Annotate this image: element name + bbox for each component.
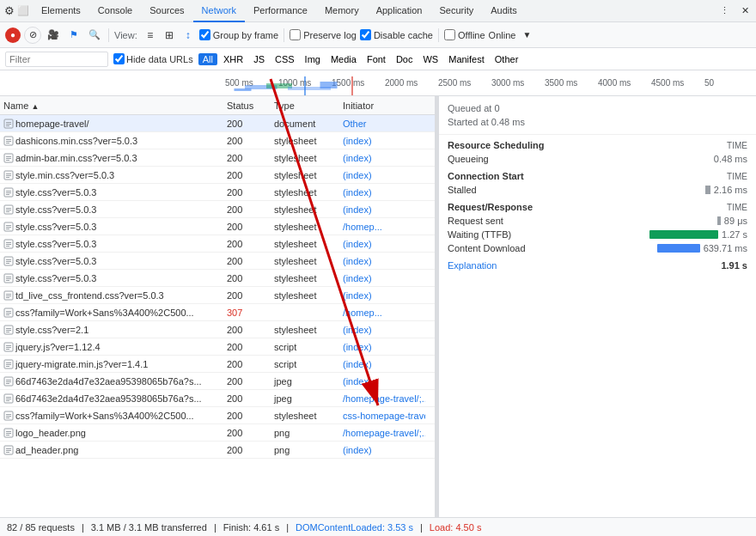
- status-separator-3: |: [286, 522, 289, 533]
- filter-input[interactable]: [5, 52, 108, 67]
- hide-data-urls-checkbox[interactable]: [113, 53, 125, 64]
- tab-performance[interactable]: Performance: [245, 0, 316, 22]
- cell-type: jpeg: [271, 393, 339, 404]
- svg-rect-29: [6, 210, 11, 210]
- timeline-chart: [223, 76, 438, 95]
- svg-rect-9: [6, 124, 11, 125]
- svg-rect-49: [6, 295, 11, 296]
- col-header-type[interactable]: Type: [271, 100, 339, 111]
- file-icon: [3, 273, 14, 283]
- svg-rect-84: [6, 448, 11, 449]
- svg-rect-80: [6, 431, 11, 432]
- table-row[interactable]: style.css?ver=5.0.3 200 stylesheet (inde…: [0, 253, 435, 270]
- disable-cache-checkbox[interactable]: [360, 29, 371, 40]
- table-row[interactable]: style.css?ver=5.0.3 200 stylesheet (inde…: [0, 270, 435, 287]
- explanation-link[interactable]: Explanation: [448, 260, 497, 271]
- filter-manifest[interactable]: Manifest: [444, 53, 489, 65]
- cell-type: stylesheet: [271, 222, 339, 232]
- group-by-frame-checkbox[interactable]: [199, 29, 210, 40]
- disable-cache-label[interactable]: Disable cache: [360, 29, 433, 40]
- filter-ws[interactable]: WS: [418, 53, 442, 65]
- col-header-initiator[interactable]: Initiator: [339, 100, 425, 111]
- table-row[interactable]: css?family=Work+Sans%3A400%2C500... 307 …: [0, 304, 435, 321]
- filter-css[interactable]: CSS: [271, 53, 299, 65]
- table-body[interactable]: homepage-travel/ 200 document Other 151 …: [0, 115, 435, 517]
- col-header-name[interactable]: Name ▲: [0, 100, 223, 111]
- filter-img[interactable]: Img: [301, 53, 325, 65]
- filter-xhr[interactable]: XHR: [219, 53, 247, 65]
- preserve-log-checkbox[interactable]: [290, 29, 301, 40]
- svg-rect-25: [6, 192, 11, 193]
- col-header-status[interactable]: Status: [223, 100, 271, 111]
- cell-status: 200: [223, 342, 271, 352]
- dock-icon[interactable]: ⬜: [17, 3, 29, 19]
- cell-status: 200: [223, 290, 271, 301]
- file-icon: [3, 239, 14, 249]
- tl-4000: 4000 ms: [596, 78, 649, 88]
- table-row[interactable]: ad_header.png 200 png (index) 18.8 KB 1.…: [0, 442, 435, 459]
- detail-total-time: 1.91 s: [721, 260, 747, 271]
- offline-label[interactable]: Offline: [444, 29, 485, 40]
- cell-type: script: [271, 359, 339, 369]
- camera-button[interactable]: 🎥: [45, 27, 62, 44]
- table-row[interactable]: 66d7463e2da4d7e32aea95398065b76a?s... 20…: [0, 373, 435, 390]
- list-view-icon[interactable]: ≡: [143, 27, 158, 43]
- tab-audits[interactable]: Audits: [482, 0, 526, 22]
- tab-memory[interactable]: Memory: [316, 0, 368, 22]
- table-row[interactable]: style.min.css?ver=5.0.3 200 stylesheet (…: [0, 167, 435, 184]
- tab-application[interactable]: Application: [368, 0, 431, 22]
- table-row[interactable]: css?family=Work+Sans%3A400%2C500... 200 …: [0, 407, 435, 424]
- cell-size: 2.2 KB: [425, 428, 435, 438]
- network-throttle-dropdown[interactable]: ▼: [519, 27, 534, 43]
- hide-data-urls-label[interactable]: Hide data URLs: [113, 53, 193, 64]
- cell-status: 200: [223, 256, 271, 266]
- table-row[interactable]: td_live_css_frontend.css?ver=5.0.3 200 s…: [0, 287, 435, 304]
- preserve-log-label[interactable]: Preserve log: [290, 29, 357, 40]
- table-row[interactable]: admin-bar.min.css?ver=5.0.3 200 styleshe…: [0, 149, 435, 167]
- filter-button[interactable]: ⚑: [65, 27, 82, 44]
- tab-sources[interactable]: Sources: [141, 0, 192, 22]
- table-row[interactable]: logo_header.png 200 png /homepage-travel…: [0, 424, 435, 442]
- search-button[interactable]: 🔍: [86, 27, 103, 44]
- table-row[interactable]: style.css?ver=5.0.3 200 stylesheet /home…: [0, 218, 435, 235]
- svg-rect-44: [6, 277, 11, 277]
- filter-media[interactable]: Media: [326, 53, 361, 65]
- svg-rect-4: [320, 82, 338, 88]
- detail-footer: Explanation 1.91 s: [439, 255, 756, 276]
- devtools-icon[interactable]: ⚙: [3, 3, 15, 19]
- filter-all[interactable]: All: [198, 53, 217, 65]
- table-row[interactable]: jquery.js?ver=1.12.4 200 script (index): [0, 338, 435, 356]
- table-row[interactable]: 66d7463e2da4d7e32aea95398065b76a?s... 20…: [0, 390, 435, 407]
- col-header-size[interactable]: Size: [425, 100, 435, 111]
- filter-js[interactable]: JS: [249, 53, 269, 65]
- filter-other[interactable]: Other: [491, 53, 523, 65]
- table-row[interactable]: style.css?ver=5.0.3 200 stylesheet (inde…: [0, 235, 435, 253]
- filter-doc[interactable]: Doc: [392, 53, 418, 65]
- cell-initiator: (index): [339, 204, 425, 215]
- table-row[interactable]: style.css?ver=2.1 200 stylesheet (index): [0, 321, 435, 338]
- table-row[interactable]: homepage-travel/ 200 document Other 151 …: [0, 115, 435, 132]
- tab-elements[interactable]: Elements: [33, 0, 89, 22]
- cell-initiator: (index): [339, 153, 425, 163]
- table-row[interactable]: dashicons.min.css?ver=5.0.3 200 styleshe…: [0, 132, 435, 149]
- tab-console[interactable]: Console: [89, 0, 141, 22]
- stop-button[interactable]: ⊘: [24, 27, 41, 44]
- tab-security[interactable]: Security: [430, 0, 482, 22]
- tab-network[interactable]: Network: [193, 0, 245, 22]
- table-row[interactable]: style.css?ver=5.0.3 200 stylesheet (inde…: [0, 201, 435, 218]
- group-by-frame-label[interactable]: Group by frame: [199, 29, 278, 40]
- cell-name: style.css?ver=5.0.3: [0, 273, 223, 283]
- cell-initiator: (index): [339, 376, 425, 387]
- screenshot-view-icon[interactable]: ⊞: [162, 27, 177, 43]
- stalled-bar: [705, 186, 710, 194]
- record-button[interactable]: ●: [5, 27, 21, 43]
- table-row[interactable]: jquery-migrate.min.js?ver=1.4.1 200 scri…: [0, 356, 435, 373]
- file-icon: [3, 136, 14, 146]
- waterfall-view-icon[interactable]: ↕: [180, 27, 196, 43]
- more-tabs-icon[interactable]: ⋮: [716, 3, 732, 19]
- filter-font[interactable]: Font: [363, 53, 390, 65]
- offline-checkbox[interactable]: [444, 29, 455, 40]
- svg-rect-14: [6, 143, 9, 143]
- close-devtools-icon[interactable]: ✕: [737, 3, 753, 19]
- table-row[interactable]: style.css?ver=5.0.3 200 stylesheet (inde…: [0, 184, 435, 201]
